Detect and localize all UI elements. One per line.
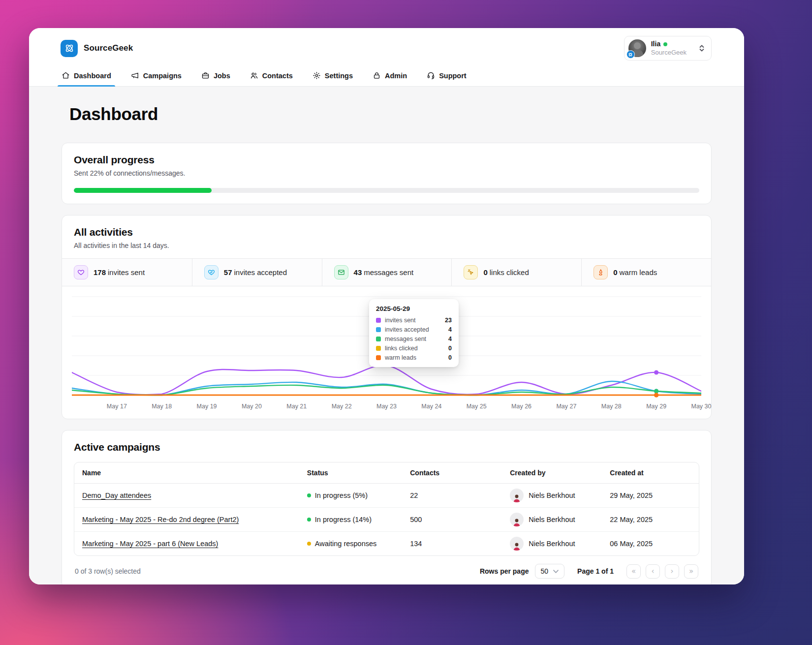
series-swatch-icon [376,327,381,332]
status-dot-icon [307,518,311,522]
tab-contacts[interactable]: Contacts [249,67,294,86]
stat-value: 43 [354,268,362,276]
chart-tooltip: 2025-05-29 invites sent23 invites accept… [369,299,459,367]
campaign-link[interactable]: Marketing - May 2025 - Re-do 2nd degree … [82,516,239,523]
brand: SourceGeek [61,40,133,57]
tooltip-label: warm leads [385,354,416,361]
activity-chart[interactable]: May 17May 18May 19May 20May 21May 22May … [62,286,711,419]
stat-label: warm leads [620,268,657,276]
creator-avatar [510,489,524,502]
x-axis-label: May 29 [646,403,666,410]
series-swatch-icon [376,318,381,323]
tooltip-row: links clicked0 [376,345,452,352]
overall-progress-title: Overall progress [74,154,699,166]
status-text: Awaiting responses [315,540,376,548]
stat-label: invites sent [108,268,145,276]
lock-icon [373,71,381,80]
main-nav: Dashboard Campaigns Jobs Contacts [29,62,744,87]
rows-per-page-select[interactable]: 50 [535,564,565,579]
col-contacts: Contacts [402,462,502,484]
created-date: 06 May, 2025 [602,532,699,556]
prev-page-button[interactable]: ‹ [646,564,660,579]
all-activities-card: All activities All activities in the las… [62,215,712,419]
overall-progress-card: Overall progress Sent 22% of connections… [62,143,712,204]
tab-admin[interactable]: Admin [372,67,408,86]
page-info: Page 1 of 1 [577,567,614,575]
click-icon [464,265,478,279]
pagination: « ‹ › » [626,564,698,579]
col-created-by: Created by [502,462,602,484]
table-row: Marketing - May 2025 - part 6 (New Leads… [74,532,699,556]
contacts-icon [250,71,258,80]
series-swatch-icon [376,346,381,351]
activities-title: All activities [74,226,699,238]
hover-point-icon [654,393,658,398]
series-swatch-icon [376,337,381,341]
tab-support[interactable]: Support [426,67,468,86]
col-created-at: Created at [602,462,699,484]
chevrons-left-icon: « [631,567,636,576]
x-axis-label: May 23 [376,403,397,410]
tooltip-value: 4 [448,326,452,333]
activities-subtitle: All activities in the last 14 days. [74,242,699,249]
creator-name: Niels Berkhout [529,516,575,523]
first-page-button[interactable]: « [626,564,641,579]
table-row: Marketing - May 2025 - Re-do 2nd degree … [74,508,699,532]
col-name: Name [74,462,299,484]
table-row: Demo_Day attendees In progress (5%) 22 N… [74,484,699,508]
last-page-button[interactable]: » [684,564,698,579]
created-date: 29 May, 2025 [602,484,699,508]
stat-value: 57 [224,268,232,276]
chevron-left-icon: ‹ [652,567,655,576]
stat-label: messages sent [364,268,413,276]
flame-icon [593,265,608,279]
home-icon [62,71,70,80]
brand-name: SourceGeek [84,43,133,53]
chevron-down-icon [553,570,559,573]
x-axis-label: May 17 [107,403,127,410]
tooltip-row: invites accepted4 [376,326,452,333]
user-org: SourceGeek [651,49,687,57]
invite-accepted-icon [204,265,219,279]
tooltip-value: 23 [445,317,452,324]
tab-label: Campaigns [143,72,182,80]
page-content: Dashboard Overall progress Sent 22% of c… [29,87,744,584]
tooltip-label: invites accepted [385,326,429,333]
tab-dashboard[interactable]: Dashboard [61,67,112,86]
user-menu[interactable]: Ilia SourceGeek [624,36,712,61]
x-axis-label: May 27 [556,403,576,410]
stat-warm-leads: 0warm leads [581,259,711,286]
tooltip-value: 4 [448,336,452,342]
x-axis-label: May 19 [197,403,217,410]
campaign-link[interactable]: Marketing - May 2025 - part 6 (New Leads… [82,540,218,548]
x-axis-label: May 18 [152,403,172,410]
x-axis-labels: May 17May 18May 19May 20May 21May 22May … [72,402,701,413]
tooltip-row: warm leads0 [376,354,452,361]
x-axis-label: May 26 [511,403,531,410]
status-text: In progress (5%) [315,491,368,499]
tooltip-row: messages sent4 [376,336,452,342]
x-axis-label: May 25 [467,403,487,410]
tab-campaigns[interactable]: Campaigns [130,67,183,86]
tooltip-row: invites sent23 [376,317,452,324]
created-date: 22 May, 2025 [602,508,699,532]
campaign-link[interactable]: Demo_Day attendees [82,491,151,499]
next-page-button[interactable]: › [665,564,679,579]
x-axis-label: May 30 [691,403,712,410]
tooltip-label: messages sent [385,336,426,342]
chevron-up-down-icon [698,44,705,52]
page-title: Dashboard [69,104,712,124]
contacts-count: 500 [402,508,502,532]
stat-messages-sent: 43messages sent [322,259,452,286]
tab-label: Jobs [214,72,230,80]
creator-name: Niels Berkhout [529,491,575,499]
stat-value: 0 [613,268,617,276]
tab-label: Dashboard [74,72,111,80]
campaigns-table: Name Status Contacts Created by Created … [74,462,699,556]
rows-selected-text: 0 of 3 row(s) selected [75,567,141,575]
tooltip-value: 0 [448,345,452,352]
tab-settings[interactable]: Settings [312,67,354,86]
tab-jobs[interactable]: Jobs [200,67,231,86]
tooltip-label: links clicked [385,345,418,352]
creator-avatar [510,513,524,526]
